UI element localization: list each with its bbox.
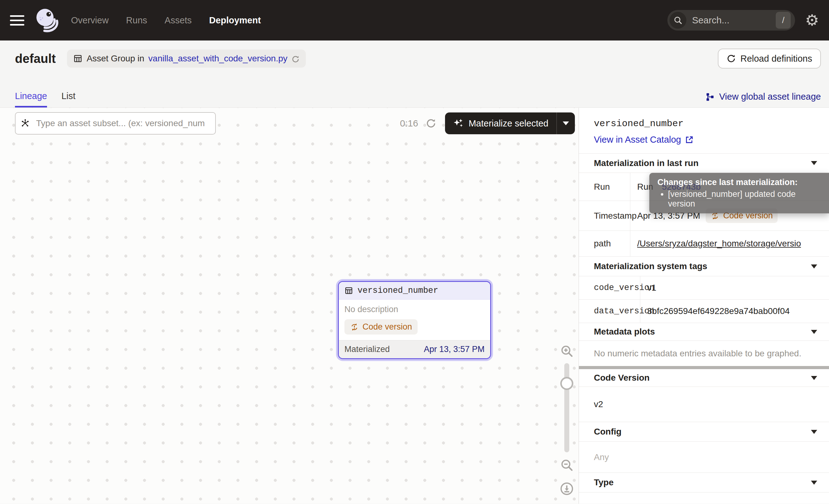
code-version-tag-label: Code version [362, 322, 412, 332]
chevron-down-icon [811, 330, 817, 334]
chevron-down-icon [811, 430, 817, 434]
zoom-slider-handle[interactable] [560, 377, 573, 390]
lineage-canvas[interactable]: 0:16 Materialize selected versioned_numb… [0, 108, 579, 504]
changes-tooltip: Changes since last materialization: [ver… [649, 173, 829, 213]
materialize-split-button: Materialize selected [445, 112, 575, 134]
nav-item-assets[interactable]: Assets [165, 15, 192, 26]
asset-node-body: No description Code version [339, 300, 490, 340]
graph-toolbar: 0:16 Materialize selected [15, 112, 575, 135]
section-materialization-last-run[interactable]: Materialization in last run [579, 153, 829, 173]
code-version-value: v1 [640, 283, 829, 293]
section-type[interactable]: Type [579, 473, 829, 493]
global-lineage-label: View global asset lineage [719, 92, 821, 102]
materialize-label: Materialize selected [469, 118, 548, 129]
main-nav: Overview Runs Assets Deployment [71, 15, 261, 26]
section-label: Metadata plots [594, 327, 655, 337]
asset-node-footer: Materialized Apr 13, 3:57 PM [339, 340, 490, 358]
zoom-controls [559, 344, 575, 496]
path-label: path [579, 231, 630, 256]
asset-group-prefix: Asset Group in [86, 53, 144, 64]
search-input[interactable] [692, 15, 776, 26]
data-version-key: data_version [579, 300, 640, 323]
code-version-current-value: v2 [579, 387, 829, 422]
path-row: path /Users/sryza/dagster_home/storage/v… [579, 231, 829, 257]
materialize-dropdown-button[interactable] [557, 112, 575, 134]
view-global-asset-lineage-link[interactable]: View global asset lineage [706, 92, 821, 107]
asset-group-grid-icon [73, 54, 82, 63]
search-shortcut-key: / [776, 12, 791, 29]
code-version-changed-tag[interactable]: Code version [345, 319, 418, 334]
chevron-down-icon [563, 121, 569, 125]
asset-group-badge: Asset Group in vanilla_asset_with_code_v… [67, 49, 306, 68]
timestamp-label: Timestamp [579, 201, 630, 230]
reload-definitions-label: Reload definitions [740, 53, 812, 64]
catalog-link-label: View in Asset Catalog [594, 135, 681, 145]
chevron-down-icon [811, 161, 817, 165]
section-label: Type [594, 477, 613, 488]
path-link[interactable]: /Users/sryza/dagster_home/storage/versio [637, 239, 801, 249]
section-label: Materialization system tags [594, 261, 707, 271]
code-version-changed-icon [350, 323, 359, 331]
zoom-out-icon[interactable] [560, 458, 574, 472]
chevron-down-icon [811, 376, 817, 380]
nav-item-runs[interactable]: Runs [126, 15, 147, 26]
asset-selector [15, 112, 216, 135]
asset-node-description: No description [345, 304, 484, 314]
view-tabs: Lineage List [15, 91, 75, 107]
materialized-status-label: Materialized [345, 345, 390, 354]
metadata-plots-empty-text: No numeric metadata entries available to… [579, 341, 829, 366]
section-label: Code Version [594, 373, 650, 383]
data-version-value: 3bfc269594ef649228e9a74bab00f04 [640, 306, 829, 316]
tooltip-change-item: [versioned_number] updated code version [668, 189, 821, 209]
materialize-selected-button[interactable]: Materialize selected [445, 112, 556, 134]
top-nav: Overview Runs Assets Deployment / ⚙ [0, 0, 829, 40]
dagster-logo[interactable] [33, 6, 61, 34]
panel-asset-title: versioned_number [594, 118, 814, 129]
asset-group-refresh-icon[interactable] [291, 53, 299, 64]
asset-node-header: versioned_number [339, 282, 490, 300]
lineage-graph-icon [706, 92, 715, 102]
chevron-down-icon [811, 264, 817, 268]
reload-icon [726, 54, 736, 63]
nav-item-overview[interactable]: Overview [71, 15, 109, 26]
data-version-tag-row: data_version 3bfc269594ef649228e9a74bab0… [579, 300, 829, 323]
tab-list[interactable]: List [61, 91, 75, 107]
page-title: default [15, 52, 56, 66]
nav-item-deployment[interactable]: Deployment [209, 15, 261, 26]
hamburger-menu-icon[interactable] [10, 15, 24, 26]
tooltip-title: Changes since last materialization: [657, 178, 821, 187]
section-code-version[interactable]: Code Version [579, 369, 829, 387]
run-label: Run [579, 173, 630, 201]
tab-lineage[interactable]: Lineage [15, 91, 47, 107]
asset-group-file-link[interactable]: vanilla_asset_with_code_version.py [148, 53, 287, 64]
view-in-asset-catalog-link[interactable]: View in Asset Catalog [594, 135, 693, 145]
global-search[interactable]: / [668, 10, 795, 31]
canvas-refresh-icon[interactable] [426, 118, 436, 129]
section-config[interactable]: Config [579, 422, 829, 442]
section-label: Materialization in last run [594, 158, 698, 168]
asset-details-panel: versioned_number View in Asset Catalog M… [579, 108, 829, 504]
settings-gear-icon[interactable]: ⚙ [805, 12, 819, 28]
code-version-key: code_version [579, 276, 640, 299]
section-label: Config [594, 427, 622, 437]
section-materialization-system-tags[interactable]: Materialization system tags [579, 257, 829, 276]
code-version-tag-row: code_version v1 [579, 276, 829, 300]
zoom-in-icon[interactable] [560, 344, 574, 358]
asset-node-versioned-number[interactable]: versioned_number No description Code ver… [338, 281, 491, 359]
materialized-timestamp[interactable]: Apr 13, 3:57 PM [424, 345, 484, 354]
config-value: Any [579, 442, 829, 473]
panel-resize-divider[interactable] [579, 366, 829, 369]
zoom-slider[interactable] [564, 363, 569, 452]
section-metadata-plots[interactable]: Metadata plots [579, 323, 829, 341]
refresh-timer: 0:16 [400, 118, 418, 129]
external-link-icon [685, 136, 693, 144]
search-icon [670, 12, 686, 29]
sparkle-icon [453, 118, 464, 129]
asset-node-title: versioned_number [358, 286, 438, 295]
download-image-icon[interactable] [560, 481, 574, 496]
reload-definitions-button[interactable]: Reload definitions [718, 48, 821, 69]
table-grid-icon [345, 286, 353, 295]
asset-subset-input[interactable] [15, 112, 216, 135]
op-selector-icon [21, 118, 30, 128]
page-header: default Asset Group in vanilla_asset_wit… [0, 40, 829, 107]
